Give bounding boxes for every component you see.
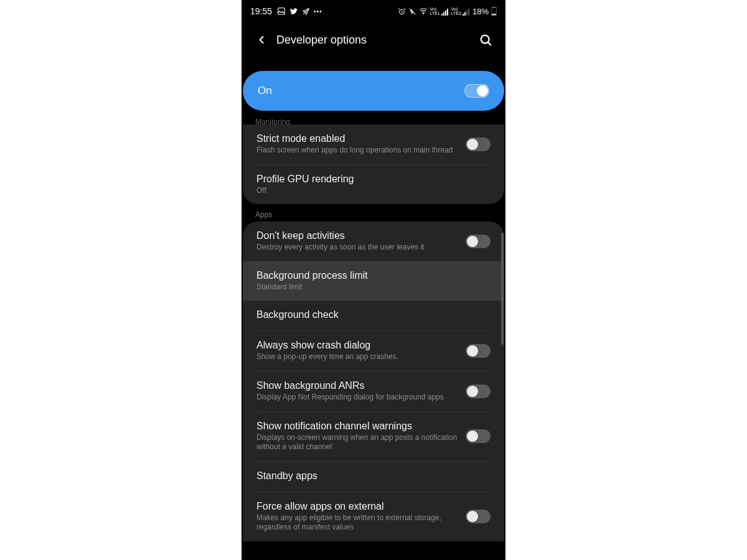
- svg-point-4: [423, 14, 423, 14]
- toggle-crash-dialog[interactable]: [466, 344, 491, 358]
- row-title: Background check: [256, 309, 483, 320]
- row-subtitle: Display App Not Responding dialog for ba…: [256, 393, 458, 403]
- row-dont-keep-activities[interactable]: Don't keep activities Destroy every acti…: [243, 222, 504, 261]
- toggle-strict-mode[interactable]: [466, 138, 491, 151]
- section-header-apps: Apps: [242, 204, 505, 222]
- row-title: Standby apps: [256, 470, 483, 482]
- status-left-icons: 19:55 •••: [250, 6, 322, 16]
- status-bar: 19:55 ••• Vo)LTE1: [242, 0, 505, 22]
- svg-rect-6: [443, 12, 444, 16]
- status-right-icons: Vo)LTE1 Vo)LTE2 18%: [398, 7, 497, 16]
- row-bg-process-limit[interactable]: Background process limit Standard limit: [243, 261, 504, 301]
- twitter-icon: [289, 7, 298, 16]
- row-strict-mode[interactable]: Strict mode enabled Flash screen when ap…: [243, 124, 504, 164]
- toggle-dont-keep-activities[interactable]: [466, 235, 491, 248]
- svg-line-17: [488, 42, 491, 45]
- row-force-external[interactable]: Force allow apps on external Makes any a…: [243, 492, 504, 541]
- svg-rect-7: [445, 11, 446, 16]
- section-header-monitoring: Monitoring: [242, 111, 505, 124]
- row-title: Profile GPU rendering: [256, 174, 483, 185]
- row-notif-warn[interactable]: Show notification channel warnings Displ…: [243, 412, 504, 461]
- svg-rect-8: [447, 9, 448, 16]
- signal-lte1-icon: Vo)LTE1: [430, 7, 449, 16]
- master-toggle-label: On: [258, 85, 272, 97]
- location-off-icon: [302, 7, 310, 16]
- row-bg-anrs[interactable]: Show background ANRs Display App Not Res…: [243, 371, 504, 411]
- svg-rect-14: [493, 7, 495, 8]
- battery-icon: [491, 7, 497, 16]
- page-title: Developer options: [276, 34, 477, 47]
- row-subtitle: Destroy every activity as soon as the us…: [256, 243, 458, 253]
- alarm-icon: [398, 7, 406, 16]
- svg-rect-12: [468, 9, 469, 16]
- toggle-notif-warn[interactable]: [466, 429, 491, 443]
- row-standby-apps[interactable]: Standby apps: [243, 462, 504, 492]
- svg-rect-15: [492, 14, 496, 16]
- row-subtitle: Standard limit: [256, 282, 483, 292]
- svg-rect-10: [464, 12, 466, 16]
- row-title: Show background ANRs: [256, 380, 458, 391]
- row-subtitle: Makes any app eligible to be written to …: [256, 513, 458, 533]
- row-title: Show notification channel warnings: [256, 421, 458, 432]
- row-subtitle: Off: [256, 186, 483, 196]
- svg-rect-0: [278, 8, 285, 15]
- section-monitoring: Strict mode enabled Flash screen when ap…: [243, 124, 504, 204]
- back-button[interactable]: [253, 31, 270, 49]
- scrollbar[interactable]: [501, 233, 504, 345]
- master-toggle-switch[interactable]: [464, 84, 489, 98]
- toggle-force-external[interactable]: [466, 510, 491, 523]
- row-title: Background process limit: [256, 270, 483, 281]
- svg-rect-9: [463, 14, 464, 16]
- phone-frame: 19:55 ••• Vo)LTE1: [242, 0, 505, 560]
- svg-rect-5: [441, 14, 443, 16]
- row-title: Strict mode enabled: [256, 133, 458, 144]
- row-bg-check[interactable]: Background check: [243, 301, 504, 330]
- row-profile-gpu[interactable]: Profile GPU rendering Off: [243, 165, 504, 205]
- battery-percent: 18%: [472, 7, 489, 16]
- row-subtitle: Show a pop-up every time an app crashes.: [256, 352, 458, 362]
- row-title: Force allow apps on external: [256, 501, 458, 512]
- section-apps: Don't keep activities Destroy every acti…: [243, 222, 504, 541]
- wifi-icon: [419, 7, 428, 16]
- signal-lte2-icon: Vo)LTE2: [451, 7, 470, 16]
- toggle-bg-anrs[interactable]: [466, 385, 491, 398]
- row-title: Always show crash dialog: [256, 340, 458, 351]
- gallery-icon: [277, 7, 286, 16]
- search-button[interactable]: [477, 31, 494, 49]
- svg-rect-11: [466, 11, 467, 16]
- row-title: Don't keep activities: [256, 230, 458, 241]
- app-header: Developer options: [242, 22, 505, 57]
- row-subtitle: Displays on-screen warning when an app p…: [256, 433, 458, 452]
- more-icon: •••: [314, 8, 322, 15]
- vibrate-icon: [408, 7, 416, 16]
- row-crash-dialog[interactable]: Always show crash dialog Show a pop-up e…: [243, 331, 504, 371]
- status-clock: 19:55: [250, 6, 272, 16]
- master-toggle[interactable]: On: [243, 71, 504, 111]
- row-subtitle: Flash screen when apps do long operation…: [256, 146, 458, 156]
